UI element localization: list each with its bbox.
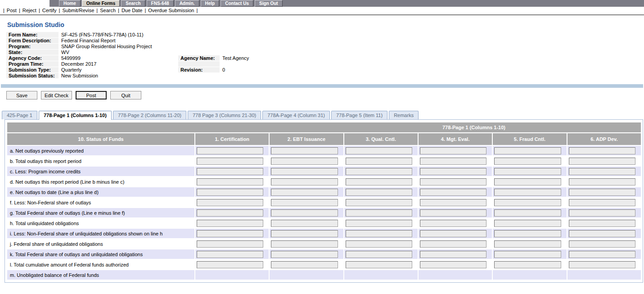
nav-fns-648[interactable]: FNS-648: [147, 0, 174, 7]
grid-cell-e-col2: [270, 187, 343, 197]
input-e-col1[interactable]: [197, 189, 263, 196]
menu-item-due-date[interactable]: Due Date: [122, 8, 142, 13]
tab-778a-page-4-column-31[interactable]: 778A-Page 4 (Column 31): [262, 111, 330, 119]
input-c-col4[interactable]: [420, 168, 486, 175]
nav-help[interactable]: Help: [201, 0, 220, 7]
input-d-col6[interactable]: [569, 178, 635, 185]
input-h-col6[interactable]: [569, 220, 635, 227]
input-j-col4[interactable]: [420, 240, 486, 248]
save-button[interactable]: Save: [6, 91, 37, 100]
input-a-col1[interactable]: [197, 147, 263, 154]
input-b-col6[interactable]: [569, 158, 635, 165]
input-c-col3[interactable]: [346, 168, 412, 175]
tab-778-page-1-columns-1-10[interactable]: 778-Page 1 (Columns 1-10): [39, 111, 112, 120]
input-k-col4[interactable]: [420, 251, 486, 258]
input-i-col5[interactable]: [494, 230, 561, 237]
input-f-col1[interactable]: [197, 199, 263, 206]
tab-remarks[interactable]: Remarks: [389, 111, 419, 119]
quit-button[interactable]: Quit: [110, 91, 141, 100]
input-a-col2[interactable]: [271, 147, 338, 154]
tab-778-page-5-item-11[interactable]: 778-Page 5 (Item 11): [331, 111, 387, 119]
input-e-col2[interactable]: [271, 189, 338, 196]
input-j-col2[interactable]: [271, 240, 338, 248]
menu-item-reject[interactable]: Reject: [23, 8, 36, 13]
tab-778-page-3-columns-21-30[interactable]: 778 Page 3 (Columns 21-30): [188, 111, 261, 119]
input-c-col6[interactable]: [569, 168, 635, 175]
input-c-col2[interactable]: [271, 168, 338, 175]
input-d-col4[interactable]: [420, 178, 486, 185]
input-a-col6[interactable]: [569, 147, 635, 154]
input-b-col5[interactable]: [494, 158, 561, 165]
input-g-col6[interactable]: [569, 209, 635, 217]
input-l-col5[interactable]: [494, 261, 561, 268]
input-f-col4[interactable]: [420, 199, 486, 206]
input-c-col5[interactable]: [494, 168, 561, 175]
input-k-col5[interactable]: [494, 251, 561, 258]
input-b-col4[interactable]: [420, 158, 486, 165]
tab-778-page-2-columns-11-20[interactable]: 778-Page 2 (Columns 11-20): [113, 111, 186, 119]
input-b-col3[interactable]: [346, 158, 412, 165]
edit-check-button[interactable]: Edit Check: [41, 91, 72, 100]
nav-search[interactable]: Search: [121, 0, 145, 7]
input-a-col4[interactable]: [420, 147, 486, 154]
menu-item-search[interactable]: Search: [100, 8, 116, 13]
input-g-col5[interactable]: [494, 209, 561, 217]
input-l-col6[interactable]: [569, 261, 635, 268]
menu-item-post[interactable]: Post: [7, 8, 17, 13]
input-l-col4[interactable]: [420, 261, 486, 268]
input-h-col2[interactable]: [271, 220, 338, 227]
input-d-col3[interactable]: [346, 178, 412, 185]
input-i-col6[interactable]: [569, 230, 635, 237]
input-i-col2[interactable]: [271, 230, 338, 237]
input-j-col5[interactable]: [494, 240, 561, 248]
input-b-col1[interactable]: [197, 158, 263, 165]
input-h-col1[interactable]: [197, 220, 263, 227]
input-k-col2[interactable]: [271, 251, 338, 258]
input-d-col2[interactable]: [271, 178, 338, 185]
input-d-col1[interactable]: [197, 178, 263, 185]
input-g-col2[interactable]: [271, 209, 338, 217]
input-h-col4[interactable]: [420, 220, 486, 227]
menu-item-certify[interactable]: Certify: [42, 8, 57, 13]
input-i-col1[interactable]: [197, 230, 263, 237]
input-d-col5[interactable]: [494, 178, 561, 185]
input-g-col3[interactable]: [346, 209, 412, 217]
input-e-col6[interactable]: [569, 189, 635, 196]
input-b-col2[interactable]: [271, 158, 338, 165]
input-f-col2[interactable]: [271, 199, 338, 206]
input-l-col2[interactable]: [271, 261, 338, 268]
input-f-col3[interactable]: [346, 199, 412, 206]
input-j-col3[interactable]: [346, 240, 412, 248]
nav-contact-us[interactable]: Contact Us: [221, 0, 253, 7]
input-l-col1[interactable]: [197, 261, 263, 268]
input-k-col3[interactable]: [346, 251, 412, 258]
input-i-col3[interactable]: [346, 230, 412, 237]
menu-item-submit-revise[interactable]: Submit/Revise: [62, 8, 94, 13]
input-g-col1[interactable]: [197, 209, 263, 217]
nav-admin[interactable]: Admin.: [175, 0, 199, 7]
input-k-col6[interactable]: [569, 251, 635, 258]
input-f-col5[interactable]: [494, 199, 561, 206]
nav-online-forms[interactable]: Online Forms: [82, 0, 120, 7]
input-j-col1[interactable]: [197, 240, 263, 248]
input-i-col4[interactable]: [420, 230, 486, 237]
input-a-col3[interactable]: [346, 147, 412, 154]
input-e-col4[interactable]: [420, 189, 486, 196]
input-e-col3[interactable]: [346, 189, 412, 196]
input-l-col3[interactable]: [346, 261, 412, 268]
post-button[interactable]: Post: [76, 91, 107, 100]
input-j-col6[interactable]: [569, 240, 635, 248]
input-k-col1[interactable]: [197, 251, 263, 258]
input-c-col1[interactable]: [197, 168, 263, 175]
input-a-col5[interactable]: [494, 147, 561, 154]
input-e-col5[interactable]: [494, 189, 561, 196]
input-h-col5[interactable]: [494, 220, 561, 227]
input-f-col6[interactable]: [569, 199, 635, 206]
tab-425-page-1[interactable]: 425-Page 1: [2, 111, 37, 119]
nav-sign-out[interactable]: Sign Out: [255, 0, 283, 7]
input-h-col3[interactable]: [346, 220, 412, 227]
input-g-col4[interactable]: [420, 209, 486, 217]
menu-item-overdue-submission[interactable]: Overdue Submission: [148, 8, 194, 13]
nav-home[interactable]: Home: [59, 0, 81, 7]
grid-cell-j-col4: [419, 239, 492, 249]
